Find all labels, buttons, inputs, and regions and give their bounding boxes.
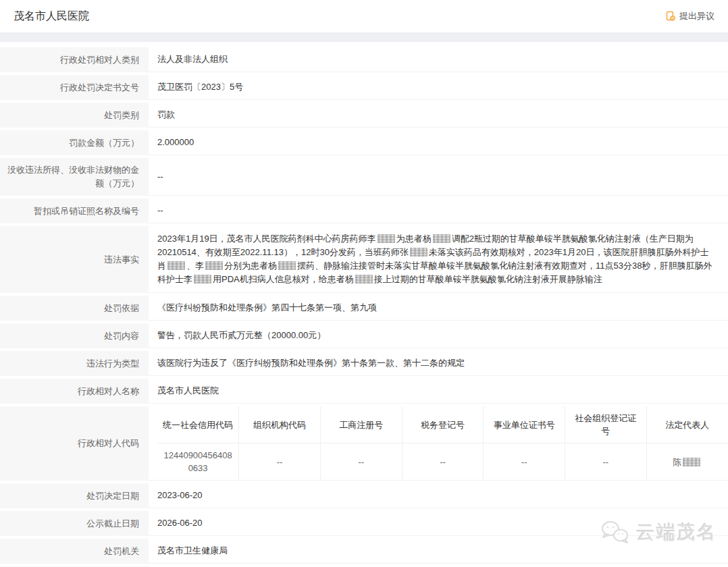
col-social-org-reg-no: 社会组织登记证号 bbox=[565, 406, 647, 443]
table-row-decision-doc-no: 行政处罚决定书文号 茂卫医罚〔2023〕5号 bbox=[0, 75, 728, 100]
table-row-penalty-basis: 处罚依据 《医疗纠纷预防和处理条例》第四十七条第一项、第九项 bbox=[0, 296, 728, 321]
col-org-code: 组织机构代码 bbox=[239, 406, 321, 443]
row-value: -- bbox=[149, 198, 728, 223]
table-row-penalty-category: 处罚类别 罚款 bbox=[0, 103, 728, 128]
table-row-confiscation-amount: 没收违法所得、没收非法财物的金额（万元） -- bbox=[0, 158, 728, 196]
institution-cert-no-value: -- bbox=[484, 443, 565, 481]
legal-rep-value: 陈 bbox=[646, 443, 728, 481]
table-row-decision-date: 处罚决定日期 2023-06-20 bbox=[0, 483, 728, 508]
penalty-detail-table: 行政处罚相对人类别 法人及非法人组织 行政处罚决定书文号 茂卫医罚〔2023〕5… bbox=[0, 42, 728, 567]
table-row-penalty-authority: 处罚机关 茂名市卫生健康局 bbox=[0, 539, 728, 564]
row-value: 茂名市卫生健康局 bbox=[149, 539, 728, 564]
page-header: 茂名市人民医院 提出异议 bbox=[0, 0, 728, 32]
row-value: 罚款 bbox=[149, 103, 728, 128]
row-value: 茂卫医罚〔2023〕5号 bbox=[149, 75, 728, 100]
col-credit-code: 统一社会信用代码 bbox=[157, 406, 239, 443]
row-value: 该医院行为违反了《医疗纠纷预防和处理条例》第十条第一款、第十二条的规定 bbox=[149, 351, 728, 376]
row-label: 公示截止日期 bbox=[0, 511, 149, 536]
row-value: 2026-06-20 bbox=[149, 511, 728, 536]
business-reg-no-value: -- bbox=[320, 443, 402, 481]
row-value: 《医疗纠纷预防和处理条例》第四十七条第一项、第九项 bbox=[149, 296, 728, 321]
table-row-party-codes: 行政相对人代码 统一社会信用代码 组织机构代码 工商注册号 税务登记号 事业单位… bbox=[0, 406, 728, 481]
raise-objection-button[interactable]: 提出异议 bbox=[665, 10, 714, 22]
row-value: 2.000000 bbox=[149, 130, 728, 155]
row-label: 罚款金额（万元） bbox=[0, 130, 149, 155]
row-label: 违法行为类型 bbox=[0, 351, 149, 376]
tax-reg-no-value: -- bbox=[402, 443, 484, 481]
row-label: 处罚内容 bbox=[0, 323, 149, 348]
row-label: 没收违法所得、没收非法财物的金额（万元） bbox=[0, 158, 149, 196]
raise-objection-label: 提出异议 bbox=[679, 10, 714, 22]
party-code-header-row: 统一社会信用代码 组织机构代码 工商注册号 税务登记号 事业单位证书号 社会组织… bbox=[157, 406, 728, 443]
col-business-reg-no: 工商注册号 bbox=[320, 406, 402, 443]
row-value: 警告，罚款人民币贰万元整（20000.00元） bbox=[149, 323, 728, 348]
credit-code-value: 124409004564080633 bbox=[157, 443, 239, 481]
party-code-data-row: 124409004564080633 -- -- -- -- -- 陈 bbox=[157, 443, 728, 481]
document-edit-icon bbox=[665, 11, 676, 22]
row-label: 行政相对人名称 bbox=[0, 379, 149, 404]
table-row-party-name: 行政相对人名称 茂名市人民医院 bbox=[0, 379, 728, 404]
row-label: 处罚依据 bbox=[0, 296, 149, 321]
row-label: 行政相对人代码 bbox=[0, 406, 149, 481]
col-legal-rep: 法定代表人 bbox=[646, 406, 728, 443]
row-label: 行政处罚相对人类别 bbox=[0, 47, 149, 72]
illegal-facts-text: 2023年1月19日，茂名市人民医院药剂科中心药房药师李为患者杨调配2瓶过期的甘… bbox=[149, 226, 728, 293]
row-label: 暂扣或吊销证照名称及编号 bbox=[0, 198, 149, 223]
table-row-penalty-content: 处罚内容 警告，罚款人民币贰万元整（20000.00元） bbox=[0, 323, 728, 348]
row-value: -- bbox=[149, 158, 728, 196]
col-institution-cert-no: 事业单位证书号 bbox=[484, 406, 565, 443]
row-value: 法人及非法人组织 bbox=[149, 47, 728, 72]
header-divider bbox=[0, 32, 728, 42]
social-org-reg-no-value: -- bbox=[565, 443, 647, 481]
row-value: 2023-06-20 bbox=[149, 483, 728, 508]
party-code-table: 统一社会信用代码 组织机构代码 工商注册号 税务登记号 事业单位证书号 社会组织… bbox=[149, 406, 728, 481]
table-row-party-category: 行政处罚相对人类别 法人及非法人组织 bbox=[0, 47, 728, 72]
page-title: 茂名市人民医院 bbox=[14, 9, 89, 24]
row-label: 处罚决定日期 bbox=[0, 483, 149, 508]
row-label: 违法事实 bbox=[0, 226, 149, 293]
table-row-license-revocation: 暂扣或吊销证照名称及编号 -- bbox=[0, 198, 728, 223]
table-row-publicity-end-date: 公示截止日期 2026-06-20 bbox=[0, 511, 728, 536]
table-row-violation-type: 违法行为类型 该医院行为违反了《医疗纠纷预防和处理条例》第十条第一款、第十二条的… bbox=[0, 351, 728, 376]
row-value: 茂名市人民医院 bbox=[149, 379, 728, 404]
row-label: 行政处罚决定书文号 bbox=[0, 75, 149, 100]
table-row-fine-amount: 罚款金额（万元） 2.000000 bbox=[0, 130, 728, 155]
table-row-illegal-facts: 违法事实 2023年1月19日，茂名市人民医院药剂科中心药房药师李为患者杨调配2… bbox=[0, 226, 728, 293]
org-code-value: -- bbox=[239, 443, 321, 481]
row-label: 处罚机关 bbox=[0, 539, 149, 564]
col-tax-reg-no: 税务登记号 bbox=[402, 406, 484, 443]
row-label: 处罚类别 bbox=[0, 103, 149, 128]
